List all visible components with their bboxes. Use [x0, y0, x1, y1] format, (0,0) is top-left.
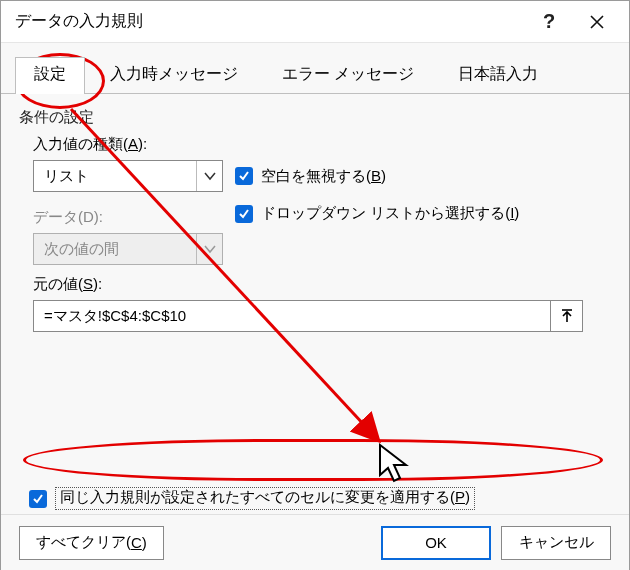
source-label-pre: 元の値( — [33, 275, 83, 292]
check-icon — [32, 493, 44, 505]
incell-dropdown-checkbox[interactable]: ドロップダウン リストから選択する(I) — [235, 204, 519, 223]
data-combobox-button — [196, 234, 222, 264]
tab-error-alert[interactable]: エラー メッセージ — [263, 57, 433, 93]
source-input[interactable] — [33, 300, 551, 332]
allow-label-post: ): — [138, 135, 147, 152]
allow-label-pre: 入力値の種類( — [33, 135, 128, 152]
incell-dropdown-label: ドロップダウン リストから選択する(I) — [261, 204, 519, 223]
data-validation-dialog: データの入力規則 ? 設定 入力時メッセージ エラー メッセージ 日本語入力 条… — [0, 0, 630, 570]
source-mnemonic: S — [83, 275, 93, 292]
cancel-button[interactable]: キャンセル — [501, 526, 611, 560]
chevron-down-icon — [204, 243, 216, 255]
ok-button[interactable]: OK — [381, 526, 491, 560]
data-combobox-value: 次の値の間 — [34, 234, 196, 264]
tab-settings[interactable]: 設定 — [15, 57, 85, 93]
allow-mnemonic: A — [128, 135, 138, 152]
dialog-title: データの入力規則 — [15, 11, 525, 32]
check-icon — [238, 208, 250, 220]
help-button[interactable]: ? — [525, 1, 573, 43]
tab-input-message[interactable]: 入力時メッセージ — [91, 57, 257, 93]
tab-content-settings: 条件の設定 入力値の種類(A): リスト — [1, 94, 629, 514]
criteria-group: 入力値の種類(A): リスト 空白を無視する(B) — [19, 135, 611, 332]
data-label: データ(D): — [33, 208, 223, 227]
source-label-post: ): — [93, 275, 102, 292]
tab-bar: 設定 入力時メッセージ エラー メッセージ 日本語入力 — [1, 43, 629, 94]
close-button[interactable] — [573, 1, 621, 43]
close-icon — [590, 15, 604, 29]
check-icon — [238, 170, 250, 182]
allow-combobox-value: リスト — [34, 161, 196, 191]
checkbox-icon — [235, 205, 253, 223]
titlebar: データの入力規則 ? — [1, 1, 629, 43]
allow-label: 入力値の種類(A): — [33, 135, 603, 154]
ignore-blank-label: 空白を無視する(B) — [261, 167, 386, 186]
allow-combobox[interactable]: リスト — [33, 160, 223, 192]
tab-ime-mode[interactable]: 日本語入力 — [439, 57, 557, 93]
apply-all-label: 同じ入力規則が設定されたすべてのセルに変更を適用する(P) — [55, 487, 475, 510]
apply-all-checkbox[interactable]: 同じ入力規則が設定されたすべてのセルに変更を適用する(P) — [29, 487, 475, 510]
ignore-blank-checkbox[interactable]: 空白を無視する(B) — [235, 167, 386, 186]
source-label: 元の値(S): — [33, 275, 603, 294]
range-picker-button[interactable] — [551, 300, 583, 332]
criteria-group-label: 条件の設定 — [19, 108, 611, 127]
dialog-footer: すべてクリア(C) OK キャンセル — [1, 514, 629, 570]
checkbox-icon — [29, 490, 47, 508]
chevron-down-icon — [204, 170, 216, 182]
checkbox-icon — [235, 167, 253, 185]
range-collapse-icon — [559, 308, 575, 324]
allow-combobox-button[interactable] — [196, 161, 222, 191]
data-combobox: 次の値の間 — [33, 233, 223, 265]
clear-all-button[interactable]: すべてクリア(C) — [19, 526, 164, 560]
